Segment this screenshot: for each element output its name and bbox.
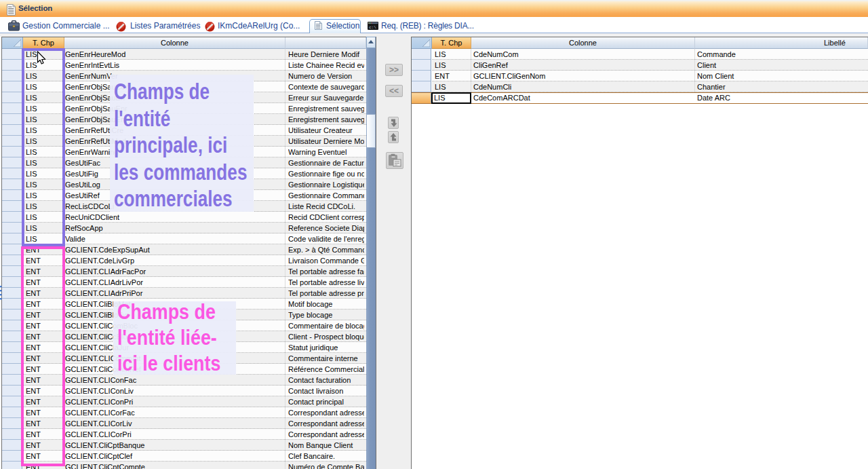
svg-text:c:\: c:\ bbox=[369, 25, 376, 30]
